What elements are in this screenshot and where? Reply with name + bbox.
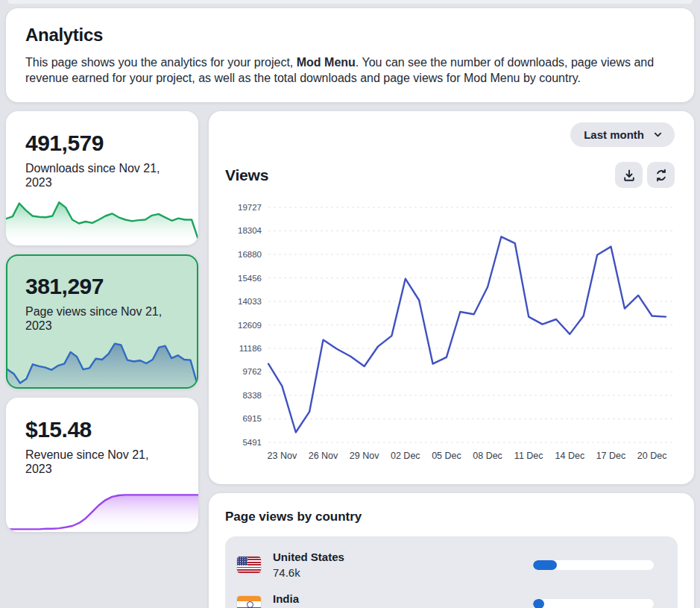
- stat-card-downloads[interactable]: 491,579 Downloads since Nov 21, 2023: [6, 111, 198, 245]
- svg-text:05 Dec: 05 Dec: [432, 451, 461, 461]
- svg-text:02 Dec: 02 Dec: [391, 451, 420, 461]
- downloads-label: Downloads since Nov 21, 2023: [25, 162, 174, 190]
- refresh-chart-button[interactable]: [647, 162, 675, 188]
- project-name: Mod Menu: [297, 56, 356, 69]
- country-name: India: [273, 592, 299, 605]
- page-title: Analytics: [25, 25, 675, 46]
- svg-text:14033: 14033: [238, 297, 262, 306]
- country-progress-fill: [533, 560, 557, 570]
- page-views-sparkline: [7, 333, 197, 387]
- revenue-amount: $15.48: [25, 417, 179, 442]
- chart-title: Views: [225, 166, 268, 184]
- country-progress-bar: [533, 599, 654, 608]
- country-row-india: India: [237, 586, 666, 608]
- country-name: United States: [273, 551, 344, 563]
- country-page-views: 74.6k: [273, 566, 344, 579]
- timeframe-label: Last month: [584, 128, 644, 141]
- svg-text:11 Dec: 11 Dec: [514, 451, 543, 461]
- page-views-count: 381,297: [25, 274, 179, 299]
- views-chart-panel: Last month Views: [209, 111, 694, 484]
- svg-text:20 Dec: 20 Dec: [637, 451, 667, 461]
- svg-text:14 Dec: 14 Dec: [555, 451, 585, 461]
- svg-text:8338: 8338: [242, 391, 262, 400]
- page-description: This page shows you the analytics for yo…: [25, 54, 675, 86]
- svg-text:9762: 9762: [242, 368, 262, 377]
- download-icon: [622, 169, 636, 182]
- svg-text:29 Nov: 29 Nov: [350, 451, 379, 461]
- chevron-down-icon: [653, 130, 663, 140]
- timeframe-selector[interactable]: Last month: [570, 122, 675, 147]
- us-flag-icon: [237, 557, 261, 573]
- india-flag-icon: [237, 596, 261, 608]
- svg-text:11186: 11186: [239, 344, 262, 353]
- svg-text:18304: 18304: [238, 227, 262, 236]
- svg-text:5491: 5491: [242, 438, 262, 447]
- downloads-sparkline: [6, 192, 198, 245]
- country-list: United States 74.6k India: [225, 536, 678, 608]
- downloads-count: 491,579: [25, 131, 179, 156]
- views-line-chart: 1972718304168801545614033126091118697628…: [225, 198, 672, 464]
- country-row-united-states: United States 74.6k: [237, 544, 666, 586]
- revenue-label: Revenue since Nov 21, 2023: [25, 448, 174, 477]
- svg-text:12609: 12609: [238, 321, 262, 330]
- stat-card-page-views[interactable]: 381,297 Page views since Nov 21, 2023: [6, 254, 198, 389]
- analytics-header: Analytics This page shows you the analyt…: [6, 8, 694, 102]
- page-views-label: Page views since Nov 21, 2023: [25, 305, 174, 333]
- refresh-icon: [655, 169, 668, 182]
- svg-text:17 Dec: 17 Dec: [596, 451, 626, 461]
- stat-card-revenue[interactable]: $15.48 Revenue since Nov 21, 2023: [6, 398, 198, 532]
- page-views-by-country-panel: Page views by country United States 74.6…: [209, 493, 694, 608]
- svg-text:16880: 16880: [238, 250, 262, 259]
- country-progress-bar: [533, 560, 654, 570]
- svg-text:19727: 19727: [238, 203, 262, 212]
- svg-text:15456: 15456: [238, 274, 262, 283]
- top-nav-edge: [7, 0, 693, 4]
- revenue-sparkline: [6, 478, 198, 532]
- stat-cards-column: 491,579 Downloads since Nov 21, 2023 381…: [6, 111, 198, 532]
- analytics-page: Analytics This page shows you the analyt…: [0, 0, 700, 608]
- country-progress-fill: [533, 599, 544, 608]
- download-chart-button[interactable]: [615, 162, 643, 188]
- country-panel-title: Page views by country: [225, 510, 678, 524]
- svg-text:26 Nov: 26 Nov: [309, 451, 338, 461]
- svg-text:08 Dec: 08 Dec: [473, 451, 502, 461]
- svg-text:23 Nov: 23 Nov: [268, 451, 297, 461]
- svg-text:6915: 6915: [242, 415, 262, 424]
